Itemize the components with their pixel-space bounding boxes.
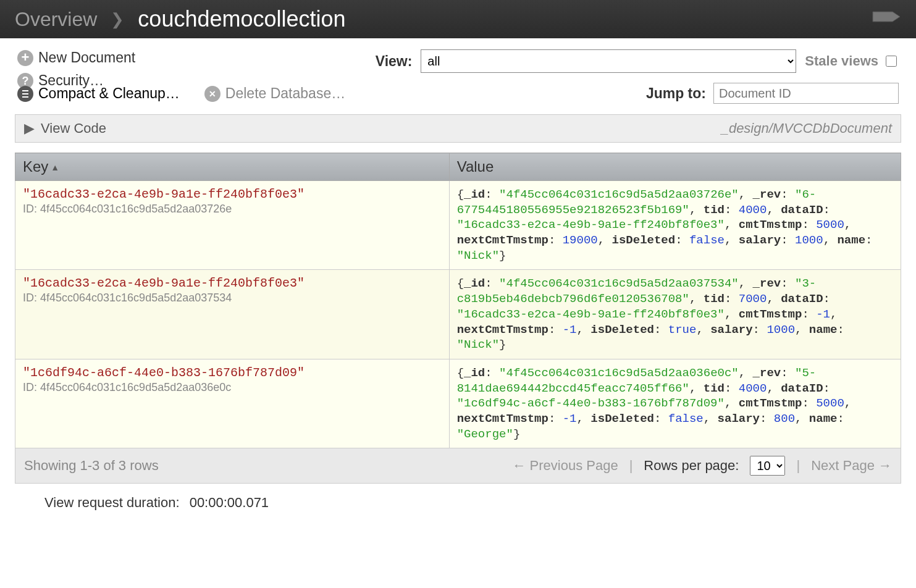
- jump-to-label: Jump to:: [646, 85, 706, 102]
- key-cell[interactable]: "1c6df94c-a6cf-44e0-b383-1676bf787d09"ID…: [15, 359, 450, 448]
- compact-cleanup-button[interactable]: Compact & Cleanup…: [17, 85, 180, 102]
- stale-views-checkbox[interactable]: [886, 56, 897, 67]
- column-header-value[interactable]: Value: [449, 153, 901, 181]
- breadcrumb: Overview ❯ couchdemocollection: [0, 0, 916, 38]
- key-cell[interactable]: "16cadc33-e2ca-4e9b-9a1e-ff240bf8f0e3"ID…: [15, 270, 450, 359]
- sort-asc-icon: ▲: [51, 162, 59, 172]
- close-icon: [204, 86, 221, 102]
- delete-database-button[interactable]: Delete Database…: [204, 85, 345, 102]
- next-page-button[interactable]: Next Page →: [811, 458, 892, 474]
- plus-icon: [17, 50, 33, 66]
- rows-per-page-select[interactable]: 10: [750, 456, 785, 476]
- value-cell[interactable]: {_id: "4f45cc064c031c16c9d5a5d2aa037534"…: [449, 270, 901, 359]
- previous-page-button[interactable]: ← Previous Page: [512, 458, 618, 474]
- expand-triangle-icon: ▶: [24, 120, 35, 136]
- documents-table: Key▲ Value "16cadc33-e2ca-4e9b-9a1e-ff24…: [15, 153, 901, 448]
- view-code-label: View Code: [41, 120, 106, 136]
- breadcrumb-dbname[interactable]: couchdemocollection: [138, 6, 345, 32]
- design-doc-label: _design/MVCCDbDocument: [721, 120, 892, 136]
- pager-showing: Showing 1-3 of 3 rows: [24, 458, 159, 474]
- view-label: View:: [376, 53, 413, 70]
- compact-icon: [17, 86, 33, 102]
- pager: Showing 1-3 of 3 rows ← Previous Page | …: [15, 448, 901, 484]
- table-row[interactable]: "16cadc33-e2ca-4e9b-9a1e-ff240bf8f0e3"ID…: [15, 270, 901, 359]
- key-cell[interactable]: "16cadc33-e2ca-4e9b-9a1e-ff240bf8f0e3"ID…: [15, 181, 450, 270]
- jump-to-input[interactable]: [713, 83, 899, 104]
- table-row[interactable]: "16cadc33-e2ca-4e9b-9a1e-ff240bf8f0e3"ID…: [15, 181, 901, 270]
- table-row[interactable]: "1c6df94c-a6cf-44e0-b383-1676bf787d09"ID…: [15, 359, 901, 448]
- delete-database-label: Delete Database…: [225, 85, 345, 102]
- column-header-key[interactable]: Key▲: [15, 153, 450, 181]
- value-cell[interactable]: {_id: "4f45cc064c031c16c9d5a5d2aa03726e"…: [449, 181, 901, 270]
- compact-cleanup-label: Compact & Cleanup…: [38, 85, 180, 102]
- new-document-button[interactable]: New Document: [17, 49, 135, 66]
- view-request-duration: View request duration: 00:00:00.071: [0, 484, 916, 528]
- view-code-bar[interactable]: ▶ View Code _design/MVCCDbDocument: [15, 114, 901, 143]
- breadcrumb-overview[interactable]: Overview: [15, 8, 97, 31]
- chevron-right-icon: ❯: [111, 10, 124, 29]
- view-select[interactable]: all: [421, 49, 796, 73]
- rows-per-page-label: Rows per page:: [644, 458, 739, 474]
- new-document-label: New Document: [38, 49, 135, 66]
- stale-views-label: Stale views: [805, 53, 878, 69]
- value-cell[interactable]: {_id: "4f45cc064c031c16c9d5a5d2aa036e0c"…: [449, 359, 901, 448]
- tag-icon: [872, 7, 901, 32]
